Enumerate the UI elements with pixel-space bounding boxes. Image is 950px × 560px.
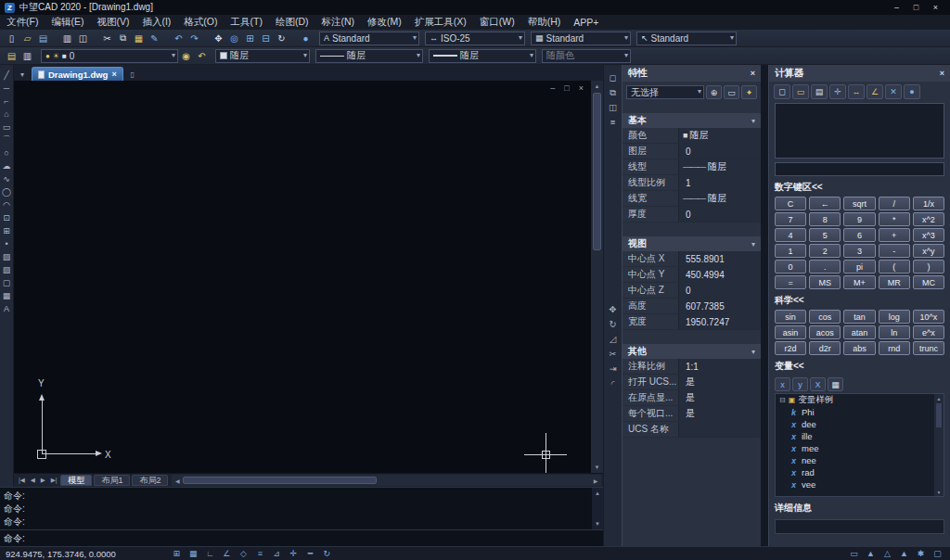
calc-sci-key[interactable]: e^x xyxy=(913,325,944,339)
gradient-tool-icon[interactable]: ▧ xyxy=(1,263,13,275)
calc-key[interactable]: 1/x xyxy=(913,197,944,210)
tab-layout2[interactable]: 布局2 xyxy=(132,475,168,486)
calc-sci-key[interactable]: rnd xyxy=(879,341,910,355)
property-value[interactable]: 是 xyxy=(678,390,761,405)
property-value[interactable]: ———随层 xyxy=(678,191,761,206)
menu-view[interactable]: 视图(V) xyxy=(90,15,135,30)
make-layer-current-icon[interactable]: ◉ xyxy=(178,49,194,63)
rotate-tool-icon[interactable]: ↻ xyxy=(606,317,620,331)
layer-states-icon[interactable]: ▥ xyxy=(19,49,35,63)
document-minimize-icon[interactable] xyxy=(550,83,555,93)
calc-sci-key[interactable]: tan xyxy=(843,310,875,324)
menu-edit[interactable]: 编辑(E) xyxy=(45,15,90,30)
calc-key[interactable]: MS xyxy=(809,275,841,289)
calc-sci-key[interactable]: acos xyxy=(809,325,841,339)
canvas-vertical-scrollbar[interactable]: ▲ ▼ xyxy=(591,81,603,473)
ortho-icon[interactable]: ∟ xyxy=(203,548,217,559)
make-block-tool-icon[interactable]: ⊞ xyxy=(1,224,13,236)
menu-dimension[interactable]: 标注(N) xyxy=(315,15,362,30)
line-tool-icon[interactable]: ╱ xyxy=(1,69,13,81)
command-scrollbar[interactable]: ▲ ▼ xyxy=(592,488,603,529)
property-value[interactable] xyxy=(678,422,761,437)
plotstyle-select[interactable]: 随颜色 xyxy=(542,49,631,63)
plot-icon[interactable]: ▥ xyxy=(59,32,75,45)
variables-scrollbar[interactable]: ▲ ▼ xyxy=(934,394,944,496)
linetype-select[interactable]: 随层 xyxy=(315,49,423,63)
property-value[interactable]: ———随层 xyxy=(678,159,761,174)
extend-tool-icon[interactable]: ⇥ xyxy=(606,362,620,375)
layer-select[interactable]: ● ☀ ■ 0 xyxy=(41,49,178,63)
ellipse-tool-icon[interactable]: ◯ xyxy=(1,185,13,197)
drawing-canvas[interactable]: Y X xyxy=(14,81,591,473)
paste-icon[interactable]: ▦ xyxy=(131,32,147,45)
mleader-style-select[interactable]: ↖ Standard xyxy=(636,32,737,45)
zoom-previous-icon[interactable]: ⊟ xyxy=(258,32,274,45)
ellipse-arc-tool-icon[interactable]: ◠ xyxy=(1,198,13,210)
quick-select-icon[interactable]: ✦ xyxy=(741,85,757,99)
scroll-down-icon[interactable]: ▼ xyxy=(592,518,603,529)
calc-key[interactable]: / xyxy=(879,197,910,210)
get-coordinates-icon[interactable]: ✛ xyxy=(829,84,846,99)
scroll-left-icon[interactable]: ◀ xyxy=(172,475,183,486)
help-icon[interactable]: ● xyxy=(298,32,314,45)
calc-sci-key[interactable]: log xyxy=(879,310,910,324)
scroll-up-icon[interactable]: ▲ xyxy=(591,81,603,92)
calc-sci-key[interactable]: abs xyxy=(843,341,875,355)
calculator-panel-close-icon[interactable] xyxy=(940,69,944,78)
calc-key[interactable]: 9 xyxy=(843,212,875,226)
calc-key[interactable]: 1 xyxy=(775,244,806,258)
scroll-up-icon[interactable]: ▲ xyxy=(934,394,944,402)
calc-key[interactable]: 2 xyxy=(809,244,841,258)
horizontal-scroll-thumb[interactable] xyxy=(183,477,376,484)
grid-icon[interactable]: ▦ xyxy=(186,548,200,559)
calc-key[interactable]: x^3 xyxy=(913,228,944,242)
plot-preview-icon[interactable]: ◫ xyxy=(75,32,91,45)
calc-key[interactable]: 0 xyxy=(775,260,806,274)
calc-sci-key[interactable]: sin xyxy=(775,310,806,324)
calc-sci-key[interactable]: r2d xyxy=(775,341,806,355)
annotation-visibility-icon[interactable]: △ xyxy=(880,548,894,559)
properties-panel-close-icon[interactable] xyxy=(751,69,755,78)
match-properties-icon[interactable]: ✎ xyxy=(147,32,162,45)
scale-tool-icon[interactable]: ◿ xyxy=(606,332,620,346)
delete-variable-icon[interactable]: ▦ xyxy=(828,377,843,391)
lineweight-select[interactable]: 随层 xyxy=(429,49,536,63)
section-header[interactable]: 视图 ▾ xyxy=(623,236,761,251)
previous-layer-icon[interactable]: ↶ xyxy=(194,49,210,63)
calc-key[interactable]: ( xyxy=(879,260,910,274)
rectangle-tool-icon[interactable]: ▭ xyxy=(1,121,13,133)
variables-root-row[interactable]: ⊟ ▣ 变量样例 xyxy=(776,394,944,406)
point-tool-icon[interactable]: • xyxy=(1,237,13,249)
edit-variable-icon[interactable]: X xyxy=(810,377,826,391)
calc-sci-key[interactable]: trunc xyxy=(913,341,944,355)
arc-tool-icon[interactable]: ⌒ xyxy=(1,134,13,146)
canvas-horizontal-scrollbar[interactable]: ◀ ▶ xyxy=(172,475,601,486)
document-close-icon[interactable] xyxy=(579,83,584,93)
property-value[interactable]: 1:1 xyxy=(678,359,761,374)
calc-key[interactable]: sqrt xyxy=(843,197,875,210)
calc-key[interactable]: 8 xyxy=(809,212,841,226)
zoom-realtime-icon[interactable]: ◎ xyxy=(226,32,242,45)
first-layout-icon[interactable]: |◀ xyxy=(17,477,27,484)
property-value[interactable]: 是 xyxy=(678,375,761,389)
calc-help-icon[interactable]: ● xyxy=(904,84,920,99)
scroll-right-icon[interactable]: ▶ xyxy=(590,475,601,486)
property-value[interactable]: 是 xyxy=(678,406,761,421)
cut-icon[interactable]: ✂ xyxy=(99,32,115,45)
copy-icon[interactable]: ⧉ xyxy=(115,32,131,45)
xline-tool-icon[interactable]: ─ xyxy=(1,82,13,94)
property-value[interactable]: 607.7385 xyxy=(678,299,761,313)
scroll-down-icon[interactable]: ▼ xyxy=(591,462,603,473)
document-tab-close-icon[interactable] xyxy=(111,70,116,79)
new-file-icon[interactable]: ▯ xyxy=(4,32,19,45)
tree-collapse-icon[interactable]: ⊟ xyxy=(779,396,786,404)
scientific-section-title[interactable]: 科学<< xyxy=(769,289,950,310)
angle-icon[interactable]: ∠ xyxy=(867,84,883,99)
cycle-select-icon[interactable]: ↻ xyxy=(320,548,334,559)
calc-key[interactable]: - xyxy=(879,244,910,258)
fullscreen-icon[interactable]: ▢ xyxy=(931,548,944,559)
window-maximize-icon[interactable] xyxy=(906,2,926,14)
scroll-up-icon[interactable]: ▲ xyxy=(592,488,603,499)
calc-sci-key[interactable]: atan xyxy=(843,325,875,339)
calc-key[interactable]: 7 xyxy=(775,212,806,226)
